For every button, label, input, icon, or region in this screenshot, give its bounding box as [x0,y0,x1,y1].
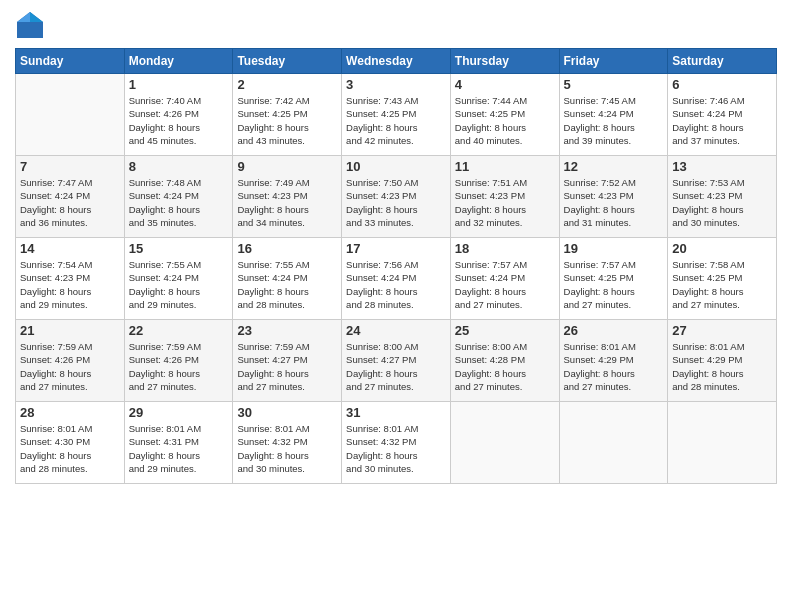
day-cell: 24Sunrise: 8:00 AM Sunset: 4:27 PM Dayli… [342,320,451,402]
day-info: Sunrise: 7:59 AM Sunset: 4:26 PM Dayligh… [129,340,229,393]
week-row-5: 28Sunrise: 8:01 AM Sunset: 4:30 PM Dayli… [16,402,777,484]
day-number: 23 [237,323,337,338]
day-cell [668,402,777,484]
weekday-header-sunday: Sunday [16,49,125,74]
day-info: Sunrise: 7:57 AM Sunset: 4:24 PM Dayligh… [455,258,555,311]
day-cell: 14Sunrise: 7:54 AM Sunset: 4:23 PM Dayli… [16,238,125,320]
day-cell: 7Sunrise: 7:47 AM Sunset: 4:24 PM Daylig… [16,156,125,238]
day-cell: 30Sunrise: 8:01 AM Sunset: 4:32 PM Dayli… [233,402,342,484]
day-number: 24 [346,323,446,338]
day-number: 19 [564,241,664,256]
calendar-table: SundayMondayTuesdayWednesdayThursdayFrid… [15,48,777,484]
day-info: Sunrise: 7:56 AM Sunset: 4:24 PM Dayligh… [346,258,446,311]
day-cell: 2Sunrise: 7:42 AM Sunset: 4:25 PM Daylig… [233,74,342,156]
weekday-header-monday: Monday [124,49,233,74]
day-number: 18 [455,241,555,256]
day-cell: 10Sunrise: 7:50 AM Sunset: 4:23 PM Dayli… [342,156,451,238]
day-info: Sunrise: 8:00 AM Sunset: 4:27 PM Dayligh… [346,340,446,393]
day-cell: 27Sunrise: 8:01 AM Sunset: 4:29 PM Dayli… [668,320,777,402]
day-cell: 12Sunrise: 7:52 AM Sunset: 4:23 PM Dayli… [559,156,668,238]
day-number: 5 [564,77,664,92]
day-info: Sunrise: 7:53 AM Sunset: 4:23 PM Dayligh… [672,176,772,229]
day-cell: 11Sunrise: 7:51 AM Sunset: 4:23 PM Dayli… [450,156,559,238]
day-number: 11 [455,159,555,174]
day-number: 22 [129,323,229,338]
day-number: 6 [672,77,772,92]
day-cell: 9Sunrise: 7:49 AM Sunset: 4:23 PM Daylig… [233,156,342,238]
day-cell: 28Sunrise: 8:01 AM Sunset: 4:30 PM Dayli… [16,402,125,484]
day-cell: 1Sunrise: 7:40 AM Sunset: 4:26 PM Daylig… [124,74,233,156]
day-info: Sunrise: 7:59 AM Sunset: 4:26 PM Dayligh… [20,340,120,393]
day-info: Sunrise: 8:01 AM Sunset: 4:29 PM Dayligh… [564,340,664,393]
week-row-4: 21Sunrise: 7:59 AM Sunset: 4:26 PM Dayli… [16,320,777,402]
day-number: 27 [672,323,772,338]
day-cell: 20Sunrise: 7:58 AM Sunset: 4:25 PM Dayli… [668,238,777,320]
day-cell [450,402,559,484]
day-cell: 26Sunrise: 8:01 AM Sunset: 4:29 PM Dayli… [559,320,668,402]
day-info: Sunrise: 7:45 AM Sunset: 4:24 PM Dayligh… [564,94,664,147]
day-number: 4 [455,77,555,92]
day-info: Sunrise: 7:43 AM Sunset: 4:25 PM Dayligh… [346,94,446,147]
weekday-header-thursday: Thursday [450,49,559,74]
day-number: 29 [129,405,229,420]
day-cell: 17Sunrise: 7:56 AM Sunset: 4:24 PM Dayli… [342,238,451,320]
svg-marker-2 [17,12,30,22]
logo [15,10,49,40]
week-row-3: 14Sunrise: 7:54 AM Sunset: 4:23 PM Dayli… [16,238,777,320]
weekday-header-wednesday: Wednesday [342,49,451,74]
week-row-1: 1Sunrise: 7:40 AM Sunset: 4:26 PM Daylig… [16,74,777,156]
day-number: 13 [672,159,772,174]
day-number: 26 [564,323,664,338]
day-number: 16 [237,241,337,256]
weekday-header-saturday: Saturday [668,49,777,74]
day-number: 25 [455,323,555,338]
day-info: Sunrise: 7:55 AM Sunset: 4:24 PM Dayligh… [129,258,229,311]
day-info: Sunrise: 7:48 AM Sunset: 4:24 PM Dayligh… [129,176,229,229]
day-number: 15 [129,241,229,256]
day-info: Sunrise: 8:01 AM Sunset: 4:30 PM Dayligh… [20,422,120,475]
day-number: 3 [346,77,446,92]
day-info: Sunrise: 8:01 AM Sunset: 4:31 PM Dayligh… [129,422,229,475]
day-info: Sunrise: 7:50 AM Sunset: 4:23 PM Dayligh… [346,176,446,229]
day-number: 17 [346,241,446,256]
day-cell: 31Sunrise: 8:01 AM Sunset: 4:32 PM Dayli… [342,402,451,484]
day-info: Sunrise: 7:46 AM Sunset: 4:24 PM Dayligh… [672,94,772,147]
day-cell: 29Sunrise: 8:01 AM Sunset: 4:31 PM Dayli… [124,402,233,484]
day-number: 14 [20,241,120,256]
day-info: Sunrise: 8:01 AM Sunset: 4:29 PM Dayligh… [672,340,772,393]
day-info: Sunrise: 7:55 AM Sunset: 4:24 PM Dayligh… [237,258,337,311]
weekday-header-tuesday: Tuesday [233,49,342,74]
day-cell: 5Sunrise: 7:45 AM Sunset: 4:24 PM Daylig… [559,74,668,156]
day-number: 1 [129,77,229,92]
weekday-header-friday: Friday [559,49,668,74]
logo-icon [15,10,45,40]
day-number: 12 [564,159,664,174]
day-number: 21 [20,323,120,338]
day-number: 28 [20,405,120,420]
day-cell: 6Sunrise: 7:46 AM Sunset: 4:24 PM Daylig… [668,74,777,156]
day-number: 9 [237,159,337,174]
day-info: Sunrise: 7:44 AM Sunset: 4:25 PM Dayligh… [455,94,555,147]
day-cell: 16Sunrise: 7:55 AM Sunset: 4:24 PM Dayli… [233,238,342,320]
day-number: 2 [237,77,337,92]
day-cell: 22Sunrise: 7:59 AM Sunset: 4:26 PM Dayli… [124,320,233,402]
day-number: 10 [346,159,446,174]
day-cell: 21Sunrise: 7:59 AM Sunset: 4:26 PM Dayli… [16,320,125,402]
day-info: Sunrise: 7:57 AM Sunset: 4:25 PM Dayligh… [564,258,664,311]
day-info: Sunrise: 8:01 AM Sunset: 4:32 PM Dayligh… [237,422,337,475]
header [15,10,777,40]
day-info: Sunrise: 8:00 AM Sunset: 4:28 PM Dayligh… [455,340,555,393]
day-info: Sunrise: 7:59 AM Sunset: 4:27 PM Dayligh… [237,340,337,393]
day-cell: 4Sunrise: 7:44 AM Sunset: 4:25 PM Daylig… [450,74,559,156]
day-info: Sunrise: 7:47 AM Sunset: 4:24 PM Dayligh… [20,176,120,229]
day-number: 31 [346,405,446,420]
day-cell: 23Sunrise: 7:59 AM Sunset: 4:27 PM Dayli… [233,320,342,402]
day-info: Sunrise: 7:52 AM Sunset: 4:23 PM Dayligh… [564,176,664,229]
day-cell: 18Sunrise: 7:57 AM Sunset: 4:24 PM Dayli… [450,238,559,320]
week-row-2: 7Sunrise: 7:47 AM Sunset: 4:24 PM Daylig… [16,156,777,238]
day-cell: 13Sunrise: 7:53 AM Sunset: 4:23 PM Dayli… [668,156,777,238]
day-cell: 3Sunrise: 7:43 AM Sunset: 4:25 PM Daylig… [342,74,451,156]
day-number: 7 [20,159,120,174]
day-info: Sunrise: 7:40 AM Sunset: 4:26 PM Dayligh… [129,94,229,147]
day-info: Sunrise: 7:54 AM Sunset: 4:23 PM Dayligh… [20,258,120,311]
